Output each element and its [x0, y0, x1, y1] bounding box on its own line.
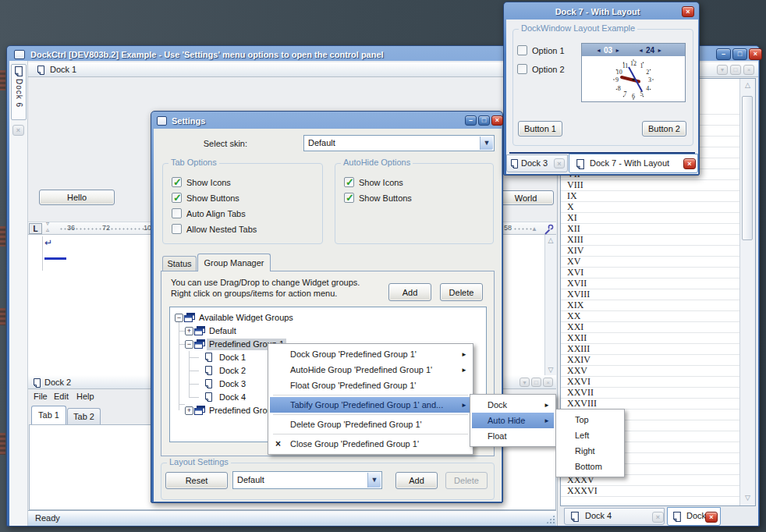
- scroll-down-icon[interactable]: ▽: [740, 493, 755, 503]
- scrollbar-vertical[interactable]: △ ▽: [544, 235, 556, 376]
- menu-item[interactable]: Auto Hide►: [472, 413, 554, 428]
- date-spinner-right[interactable]: ◄ 24 ►: [638, 44, 662, 55]
- menu-item[interactable]: Tabify Group 'Predefined Group 1' and...…: [270, 397, 471, 413]
- tree-item[interactable]: +Default: [170, 325, 486, 338]
- maximize-button[interactable]: □: [478, 115, 490, 126]
- arrow-left-icon[interactable]: ◄: [638, 48, 644, 53]
- tab-group-manager[interactable]: Group Manager: [197, 254, 271, 271]
- checkbox-show-buttons[interactable]: Show Buttons: [172, 192, 239, 205]
- tab-dock3[interactable]: Dock 3 ×: [506, 154, 568, 172]
- date-spinner-left[interactable]: ◄ 03 ►: [596, 44, 620, 55]
- menu-item[interactable]: Dock Group 'Predefined Group 1'►: [270, 346, 471, 362]
- checkbox-option-2[interactable]: Option 2: [517, 63, 565, 76]
- skin-combobox[interactable]: Default ▼: [303, 135, 495, 151]
- floating-titlebar[interactable]: Dock 7 - With Layout: [520, 5, 676, 20]
- tree-toggle-minus-icon[interactable]: −: [175, 314, 183, 322]
- dock1-tabbar[interactable]: Dock 1: [28, 62, 556, 77]
- close-button[interactable]: ×: [491, 115, 503, 126]
- layout-add-button[interactable]: Add: [395, 472, 438, 489]
- menu-item[interactable]: Delete Group 'Predefined Group 1': [270, 417, 471, 432]
- menu-help[interactable]: Help: [76, 389, 94, 404]
- autohide-tab-dock6[interactable]: Dock 6: [11, 64, 27, 120]
- chevron-down-icon[interactable]: ▼: [480, 137, 493, 150]
- menu-item[interactable]: Right: [558, 443, 622, 459]
- menu-file[interactable]: File: [34, 389, 48, 404]
- checkbox-show-icons[interactable]: Show Icons: [344, 176, 403, 190]
- list-item[interactable]: XXII: [561, 333, 739, 344]
- list-item[interactable]: XI: [561, 213, 739, 224]
- list-item[interactable]: X: [561, 202, 739, 213]
- list-item[interactable]: XV: [561, 257, 739, 268]
- list-item[interactable]: XXV: [561, 366, 739, 377]
- minimize-button[interactable]: –: [465, 115, 477, 126]
- list-item[interactable]: XXIV: [561, 355, 739, 366]
- list-item[interactable]: VIII: [561, 180, 739, 191]
- indent-marker-icon[interactable]: ▲: [531, 225, 537, 232]
- tab-status[interactable]: Status: [162, 256, 197, 271]
- tree-toggle-plus-icon[interactable]: +: [185, 327, 193, 335]
- layout-combobox[interactable]: Default ▼: [232, 471, 382, 489]
- tab-dock7[interactable]: Dock 7 - With Layout ×: [569, 154, 698, 173]
- list-item[interactable]: XXXVI: [561, 486, 739, 497]
- dock-close-button[interactable]: ×: [543, 378, 553, 387]
- dock-close-button[interactable]: ×: [743, 65, 754, 75]
- chevron-down-icon[interactable]: ▼: [367, 473, 381, 488]
- reset-button[interactable]: Reset: [165, 472, 228, 489]
- menu-item[interactable]: Dock►: [472, 397, 554, 413]
- menu-item[interactable]: Left: [558, 427, 622, 443]
- list-item[interactable]: IX: [561, 191, 739, 202]
- tab-dock5[interactable]: Dock 5 ×: [667, 507, 721, 526]
- arrow-right-icon[interactable]: ►: [657, 48, 662, 53]
- checkbox-show-icons[interactable]: Show Icons: [172, 176, 231, 190]
- resize-grip[interactable]: [546, 515, 555, 523]
- add-button[interactable]: Add: [388, 283, 431, 301]
- menu-item[interactable]: AutoHide Group 'Predefined Group 1'►: [270, 362, 471, 378]
- list-item[interactable]: XX: [561, 311, 739, 322]
- checkbox-option-1[interactable]: Option 1: [517, 44, 565, 58]
- checkbox-auto-align-tabs[interactable]: Auto Align Tabs: [172, 207, 246, 221]
- arrow-right-icon[interactable]: ►: [615, 48, 620, 53]
- list-item[interactable]: XVII: [561, 278, 739, 289]
- scrollbar-vertical[interactable]: △ ▽: [739, 79, 755, 505]
- menu-item[interactable]: Top: [558, 412, 622, 427]
- scroll-up-icon[interactable]: △: [545, 236, 556, 246]
- close-button[interactable]: ×: [749, 48, 762, 60]
- arrow-left-icon[interactable]: ◄: [596, 48, 601, 53]
- scroll-up-icon[interactable]: △: [740, 80, 755, 90]
- list-item[interactable]: XIV: [561, 246, 739, 257]
- tab-close-button[interactable]: ×: [683, 158, 696, 169]
- list-item[interactable]: XXI: [561, 322, 739, 333]
- dock-autohide-button[interactable]: ▾: [520, 378, 530, 387]
- tree-toggle-plus-icon[interactable]: +: [185, 406, 193, 415]
- menu-item[interactable]: ×Close Group 'Predefined Group 1': [270, 436, 471, 452]
- indent-marker-bottom-icon[interactable]: ▵: [46, 226, 49, 233]
- list-item[interactable]: XXIII: [561, 344, 739, 355]
- world-button[interactable]: World: [498, 190, 554, 205]
- list-item[interactable]: XII: [561, 224, 739, 235]
- scrollbar-thumb[interactable]: [742, 96, 753, 240]
- list-item[interactable]: XIII: [561, 235, 739, 246]
- menu-item[interactable]: Float Group 'Predefined Group 1': [270, 378, 471, 393]
- autohide-close-button[interactable]: ×: [12, 125, 24, 136]
- button1[interactable]: Button 1: [518, 121, 562, 137]
- dock-maximize-button[interactable]: □: [730, 65, 741, 75]
- list-item[interactable]: XXVIII: [561, 399, 739, 410]
- dock-maximize-button[interactable]: □: [531, 378, 541, 387]
- list-item[interactable]: XXVI: [561, 377, 739, 388]
- checkbox-allow-nested-tabs[interactable]: Allow Nested Tabs: [172, 223, 257, 236]
- minimize-button[interactable]: –: [716, 48, 731, 60]
- tab-tab1[interactable]: Tab 1: [31, 406, 66, 424]
- list-item[interactable]: XIX: [561, 300, 739, 311]
- menu-item[interactable]: Bottom: [558, 459, 622, 474]
- tab-tab2[interactable]: Tab 2: [67, 408, 101, 424]
- menu-item[interactable]: Float: [472, 428, 554, 444]
- button2[interactable]: Button 2: [642, 121, 686, 137]
- maximize-button[interactable]: □: [732, 48, 747, 60]
- tab-stop-icon[interactable]: L: [29, 223, 42, 234]
- delete-button[interactable]: Delete: [440, 283, 483, 301]
- checkbox-show-buttons[interactable]: Show Buttons: [344, 192, 412, 205]
- list-item[interactable]: XVIII: [561, 289, 739, 300]
- tab-dock4[interactable]: Dock 4 ×: [564, 508, 665, 525]
- tab-close-button[interactable]: ×: [705, 512, 718, 523]
- dock-autohide-button[interactable]: ▾: [717, 65, 728, 75]
